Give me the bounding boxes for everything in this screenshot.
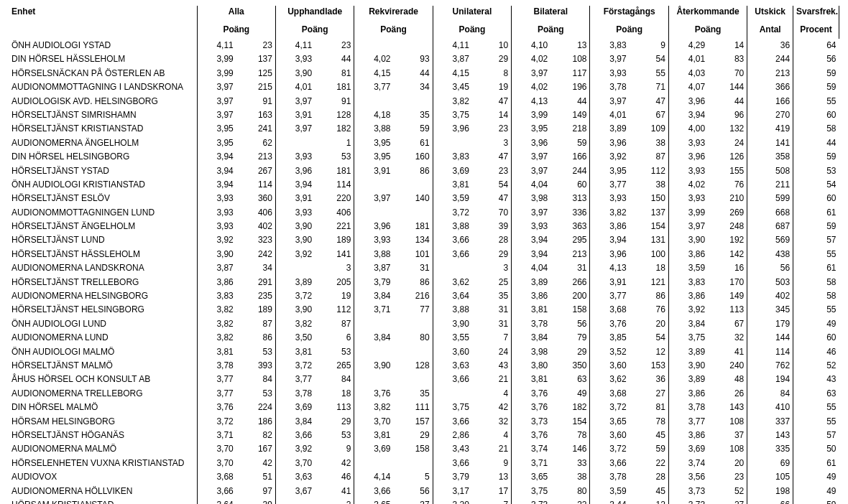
cell: 410 [747, 401, 793, 414]
cell: 3,93 [275, 206, 315, 220]
cell: 23 [472, 122, 512, 136]
subheader-poang: Poäng [354, 24, 433, 39]
cell: 84 [747, 387, 793, 401]
cell: 31 [472, 303, 512, 317]
cell: 3,96 [590, 136, 630, 150]
cell: 53 [236, 345, 276, 359]
cell: 37 [708, 429, 747, 442]
cell: 6 [315, 331, 354, 345]
unit-name: HÖRSELENHETEN VUXNA KRISTIANSTAD [9, 457, 197, 470]
cell: 111 [394, 401, 433, 414]
cell: 70 [708, 67, 747, 80]
unit-name: DIN HÖRSEL MALMÖ [9, 401, 197, 414]
cell: 337 [747, 415, 793, 429]
cell: 8 [472, 67, 512, 80]
cell [394, 345, 433, 359]
cell: 59 [394, 122, 433, 136]
cell: 211 [747, 178, 793, 192]
cell: 3,82 [197, 303, 236, 317]
cell: 3,95 [590, 164, 630, 178]
cell: 3,90 [275, 67, 315, 80]
cell: 244 [550, 164, 590, 178]
cell: 419 [747, 122, 793, 136]
cell: 36 [747, 39, 793, 52]
cell: 23 [236, 39, 276, 52]
cell: 3,75 [512, 485, 551, 498]
table-row: HÖRSELTJÄNST TRELLEBORG3,862913,892053,7… [9, 276, 839, 289]
cell: 3,83 [197, 289, 236, 303]
cell: 126 [708, 150, 747, 164]
cell: 80 [550, 485, 590, 498]
cell: 48 [708, 373, 747, 386]
cell: 109 [630, 122, 669, 136]
cell: 18 [315, 387, 354, 401]
cell: 153 [630, 359, 669, 373]
cell: 117 [550, 67, 590, 80]
cell: 35 [394, 108, 433, 122]
cell: 181 [315, 164, 354, 178]
cell: 3,62 [433, 276, 472, 289]
cell: 215 [236, 80, 276, 94]
cell: 12 [630, 345, 669, 359]
cell: 128 [394, 359, 433, 373]
cell: 84 [315, 373, 354, 386]
table-row: HÖRSELTJÄNST LUND3,923233,901893,931343,… [9, 233, 839, 247]
cell: 3,76 [512, 387, 551, 401]
cell: 3,55 [433, 331, 472, 345]
cell [354, 345, 394, 359]
cell: 39 [236, 498, 276, 504]
cell: 3,89 [668, 345, 708, 359]
cell: 3,89 [668, 373, 708, 386]
table-row: DIN HÖRSEL MALMÖ3,762243,691133,821113,7… [9, 401, 839, 414]
cell: 3,97 [275, 122, 315, 136]
cell: 38 [630, 178, 669, 192]
subheader-poang: Poäng [275, 24, 354, 39]
cell: 189 [236, 303, 276, 317]
cell: 4 [472, 429, 512, 442]
cell: 181 [315, 80, 354, 94]
cell: 105 [747, 470, 793, 484]
table-row: HÖRSELSNÄCKAN PÅ ÖSTERLEN AB3,991253,908… [9, 67, 839, 80]
cell: 402 [236, 220, 276, 233]
cell: 154 [550, 415, 590, 429]
cell: 3,69 [354, 442, 394, 456]
cell: 52 [708, 485, 747, 498]
cell: 4,13 [590, 261, 630, 275]
cell: 25 [472, 276, 512, 289]
cell: 3,20 [433, 498, 472, 504]
unit-name: HÖRSELTJÄNST HÄSSLEHOLM [9, 248, 197, 261]
cell: 132 [708, 122, 747, 136]
cell: 3,75 [433, 108, 472, 122]
unit-name: HÖRSELTJÄNST ESLÖV [9, 192, 197, 205]
cell: 3,69 [275, 401, 315, 414]
cell: 3,86 [197, 276, 236, 289]
cell: 29 [394, 429, 433, 442]
cell: 53 [315, 429, 354, 442]
cell: 108 [708, 442, 747, 456]
cell: 114 [747, 345, 793, 359]
cell: 32 [708, 331, 747, 345]
cell: 3,87 [354, 261, 394, 275]
cell: 44 [550, 95, 590, 108]
cell: 61 [793, 206, 839, 220]
cell: 76 [630, 303, 669, 317]
cell: 17 [472, 485, 512, 498]
cell: 3,77 [590, 178, 630, 192]
unit-name: AUDIONOMERNA ÄNGELHOLM [9, 136, 197, 150]
cell: 142 [708, 248, 747, 261]
cell: 157 [394, 415, 433, 429]
cell: 33 [550, 457, 590, 470]
cell: 10 [472, 39, 512, 52]
cell: 3,74 [512, 442, 551, 456]
cell: 4,07 [668, 80, 708, 94]
cell [275, 261, 315, 275]
cell: 39 [472, 220, 512, 233]
cell: 3,88 [433, 220, 472, 233]
cell: 3,85 [590, 331, 630, 345]
header-enhet: Enhet [9, 6, 197, 24]
cell: 143 [747, 429, 793, 442]
cell: 3,81 [197, 345, 236, 359]
cell: 28 [630, 470, 669, 484]
cell: 63 [793, 387, 839, 401]
cell: 569 [747, 233, 793, 247]
